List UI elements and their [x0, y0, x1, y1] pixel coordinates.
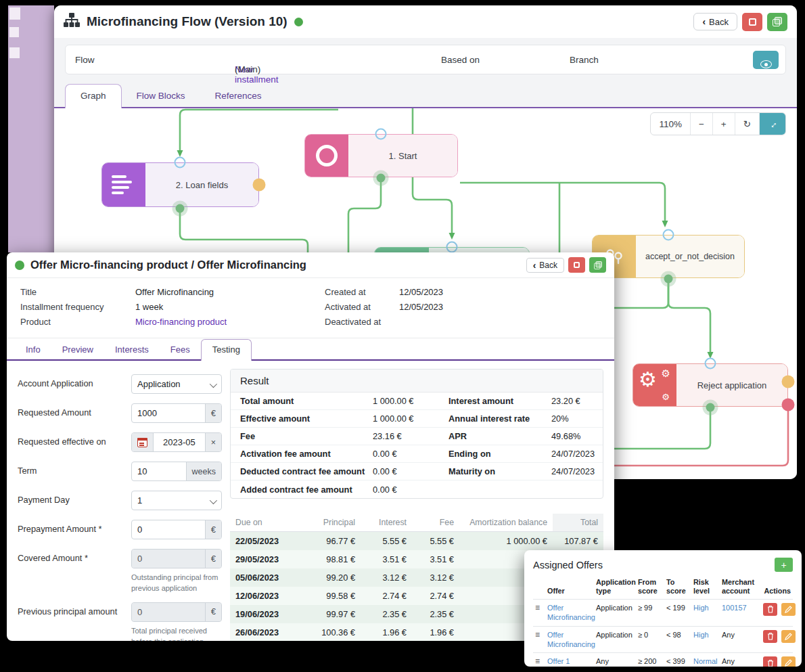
- payment-day-select[interactable]: 1: [131, 491, 222, 510]
- graph-zoom-toolbar: 110% − + ↻ ↔: [650, 112, 786, 135]
- column-header[interactable]: Fee: [412, 514, 459, 532]
- delete-offer-button[interactable]: [763, 630, 777, 643]
- column-header: From score: [636, 577, 664, 599]
- sidebar-icon[interactable]: [9, 27, 19, 37]
- warning-port[interactable]: [253, 179, 266, 192]
- column-header[interactable]: Interest: [361, 514, 412, 532]
- activated-at-value: 12/05/2023: [399, 302, 443, 312]
- tab-flow-blocks[interactable]: Flow Blocks: [122, 85, 200, 107]
- drag-handle-icon[interactable]: ≡: [535, 603, 540, 612]
- edit-offer-button[interactable]: [781, 603, 796, 616]
- drag-handle-icon[interactable]: ≡: [535, 656, 540, 666]
- node-label: 2. Loan fields: [145, 163, 258, 206]
- output-port[interactable]: [377, 174, 386, 183]
- risk-level-link[interactable]: High: [693, 604, 709, 612]
- sidebar-icon[interactable]: [9, 7, 20, 20]
- zoom-level: 110%: [651, 113, 691, 135]
- output-port[interactable]: [664, 275, 673, 284]
- column-header[interactable]: Principal: [301, 514, 361, 532]
- calendar-addon[interactable]: [132, 433, 154, 451]
- tab-fees[interactable]: Fees: [160, 340, 201, 359]
- tab-testing[interactable]: Testing: [201, 339, 252, 361]
- warning-port[interactable]: [782, 376, 795, 388]
- tab-preview[interactable]: Preview: [51, 340, 104, 359]
- output-port[interactable]: [176, 204, 185, 213]
- requested-amount-input[interactable]: [132, 404, 205, 422]
- currency-addon: €: [205, 520, 221, 539]
- flow-node-accept-or-not-decision[interactable]: accept_or_not_decision: [592, 235, 745, 278]
- edit-offer-button[interactable]: [781, 656, 796, 667]
- term-input[interactable]: [132, 462, 186, 480]
- offer-link[interactable]: Offer Microfinancing: [547, 604, 595, 621]
- expand-icon: ↔: [765, 116, 779, 131]
- input-port[interactable]: [446, 242, 458, 253]
- column-header: To score: [664, 577, 691, 599]
- merchant-account-value: Any: [720, 626, 759, 653]
- tab-references[interactable]: References: [200, 85, 277, 107]
- delete-offer-button[interactable]: [763, 603, 777, 616]
- output-port[interactable]: [706, 403, 715, 412]
- title-value: Offer Microfinancing: [135, 287, 214, 297]
- form-fields-icon: [102, 163, 145, 206]
- input-port[interactable]: [705, 358, 716, 369]
- back-button[interactable]: ‹Back: [693, 13, 737, 30]
- result-label: Annual interest rate: [448, 413, 551, 424]
- stop-flow-button[interactable]: [742, 13, 762, 31]
- back-button[interactable]: ‹Back: [526, 258, 564, 273]
- reset-view-button[interactable]: ↻: [735, 113, 760, 135]
- input-port[interactable]: [375, 129, 387, 140]
- result-label: Effective amount: [240, 413, 373, 424]
- offer-link[interactable]: Offer Microfinancing: [547, 631, 595, 648]
- add-offer-button[interactable]: +: [775, 558, 793, 572]
- result-value: 1 000.00 €: [373, 413, 448, 424]
- risk-level-link[interactable]: High: [693, 631, 709, 639]
- column-header[interactable]: Total: [553, 514, 603, 532]
- based-on-label: Based on: [441, 55, 480, 65]
- tab-interests[interactable]: Interests: [104, 340, 160, 359]
- drag-handle-icon[interactable]: ≡: [535, 630, 540, 640]
- error-port[interactable]: [782, 399, 795, 411]
- input-port[interactable]: [663, 229, 674, 241]
- input-port[interactable]: [175, 157, 186, 169]
- column-header: Risk level: [691, 577, 720, 599]
- weeks-addon: weeks: [186, 462, 221, 480]
- tab-info[interactable]: Info: [15, 340, 51, 359]
- delete-offer-button[interactable]: [763, 656, 777, 667]
- effective-date-input[interactable]: [154, 433, 205, 451]
- table-row: 22/05/202396.77 €5.55 €5.55 €1 000.00 €1…: [230, 532, 603, 551]
- column-header[interactable]: Amortization balance: [459, 514, 553, 532]
- flow-node-loan-fields[interactable]: 2. Loan fields: [101, 162, 259, 207]
- zoom-in-button[interactable]: +: [713, 113, 735, 135]
- to-score-value: < 98: [664, 626, 691, 653]
- requested-effective-on-label: Requested effective on: [18, 432, 131, 452]
- flow-node-start[interactable]: 1. Start: [304, 134, 458, 177]
- deactivate-offer-button[interactable]: [568, 257, 585, 273]
- preview-flow-button[interactable]: [753, 51, 779, 69]
- merchant-account-link[interactable]: 100157: [722, 604, 747, 612]
- zoom-out-button[interactable]: −: [691, 113, 713, 135]
- gears-icon: ⚙⚙⚙: [633, 364, 676, 406]
- duplicate-flow-button[interactable]: [767, 13, 787, 31]
- currency-addon: €: [205, 404, 221, 422]
- deactivated-at-label: Deactivated at: [325, 317, 399, 327]
- offer-link[interactable]: Offer 1: [547, 657, 570, 665]
- duplicate-offer-button[interactable]: [589, 257, 606, 273]
- account-application-select[interactable]: Application: [131, 374, 222, 394]
- covered-amount-input: [132, 550, 205, 568]
- sidebar-icon[interactable]: [9, 47, 20, 58]
- installment-frequency-label: Installment frequency: [20, 302, 135, 312]
- product-link[interactable]: Micro-financing product: [135, 317, 227, 327]
- tab-graph[interactable]: Graph: [65, 84, 122, 108]
- column-header: Merchant account: [720, 577, 759, 599]
- result-title: Result: [231, 369, 603, 393]
- flow-node-reject-application[interactable]: ⚙⚙⚙ Reject application: [632, 363, 788, 407]
- risk-level-link[interactable]: Normal: [693, 657, 717, 665]
- prepayment-amount-input[interactable]: [132, 520, 205, 539]
- edit-offer-button[interactable]: [781, 630, 796, 643]
- clear-date-button[interactable]: ×: [205, 433, 221, 451]
- column-header[interactable]: Due on: [230, 514, 301, 532]
- to-score-value: < 399: [664, 653, 691, 667]
- fullscreen-button[interactable]: ↔: [760, 113, 785, 135]
- currency-addon: €: [205, 550, 221, 568]
- calendar-icon: [137, 438, 147, 447]
